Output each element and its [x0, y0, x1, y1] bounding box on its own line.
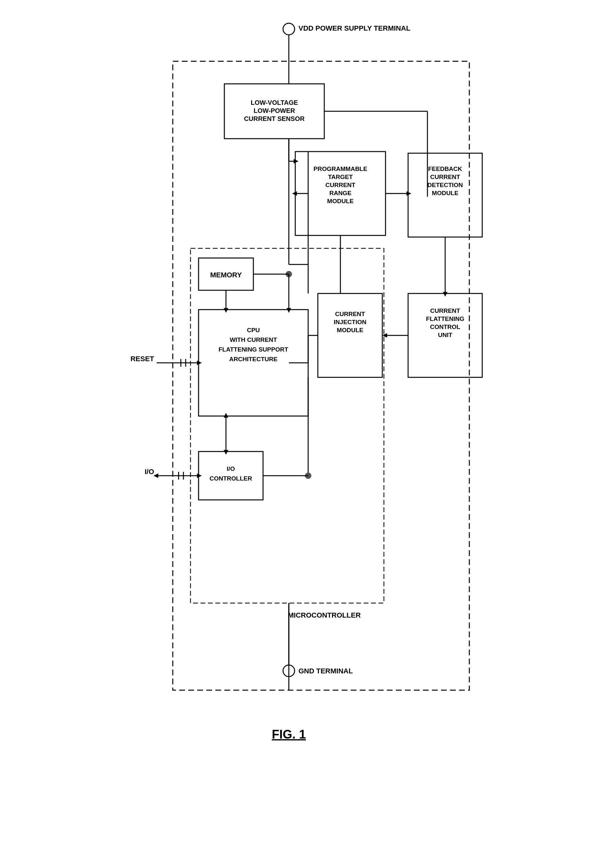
prog-label-5: MODULE [327, 198, 353, 204]
current-sensor-label-3: CURRENT SENSOR [244, 115, 305, 122]
memory-label: MEMORY [210, 271, 242, 279]
arrow-io-right [197, 473, 202, 478]
arrow-memory-cpu [224, 308, 228, 313]
arrow-bus-cpu [287, 308, 291, 313]
cpu-label-1: CPU [246, 327, 260, 334]
cim-label-3: MODULE [337, 327, 363, 334]
current-sensor-label-2: LOW-POWER [253, 107, 295, 114]
cpu-label-3: FLATTENING SUPPORT [218, 346, 288, 353]
cim-label-2: INJECTION [334, 319, 366, 325]
vdd-label: VDD POWER SUPPLY TERMINAL [298, 24, 410, 32]
cpu-label-2: WITH CURRENT [230, 337, 277, 343]
arrow-cfcu-cim [382, 333, 387, 338]
gnd-label: GND TERMINAL [298, 667, 353, 675]
prog-label-1: PROGRAMMABLE [313, 165, 367, 172]
io-label-2: CONTROLLER [210, 475, 252, 482]
feedback-label-2: CURRENT [430, 174, 460, 180]
diagram-container: VDD POWER SUPPLY TERMINAL LOW-VOLTAGE LO… [131, 13, 485, 756]
outer-system-box [173, 61, 469, 690]
feedback-label-4: MODULE [432, 190, 458, 196]
arrow-to-prog [294, 159, 298, 163]
cim-box [318, 294, 382, 377]
current-sensor-label-1: LOW-VOLTAGE [251, 99, 298, 106]
cim-label-1: CURRENT [335, 310, 365, 318]
cfcu-label-4: UNIT [438, 332, 452, 338]
arrow-cpu-io-up [224, 413, 228, 418]
prog-label-3: CURRENT [325, 182, 355, 188]
arrow-prog-feedback [406, 191, 411, 196]
cfcu-label-1: CURRENT [430, 307, 460, 314]
prog-label-4: RANGE [329, 190, 351, 196]
prog-label-2: TARGET [328, 174, 353, 180]
arrow-io-left [153, 473, 158, 478]
io-label-1: I/O [227, 465, 235, 472]
arrow-feedback-cfcu [443, 292, 447, 297]
cfcu-label-2: FLATTENING [426, 315, 464, 322]
microcontroller-box [191, 248, 384, 603]
arrow-cpu-io-down [224, 450, 228, 455]
cfcu-label-3: CONTROL [430, 323, 460, 330]
cpu-label-4: ARCHITECTURE [229, 356, 277, 363]
arrow-reset [197, 360, 202, 365]
figure-title: FIG. 1 [272, 728, 306, 741]
vdd-terminal [283, 23, 295, 35]
arrow-to-prog-left [292, 191, 297, 196]
circuit-diagram: VDD POWER SUPPLY TERMINAL LOW-VOLTAGE LO… [131, 13, 485, 755]
reset-label: RESET [130, 355, 154, 363]
feedback-label-3: DETECTION [427, 182, 463, 188]
microcontroller-label: MICROCONTROLLER [287, 611, 360, 619]
io-label-left: I/O [144, 468, 154, 476]
feedback-label-1: FEEDBACK [428, 165, 462, 172]
